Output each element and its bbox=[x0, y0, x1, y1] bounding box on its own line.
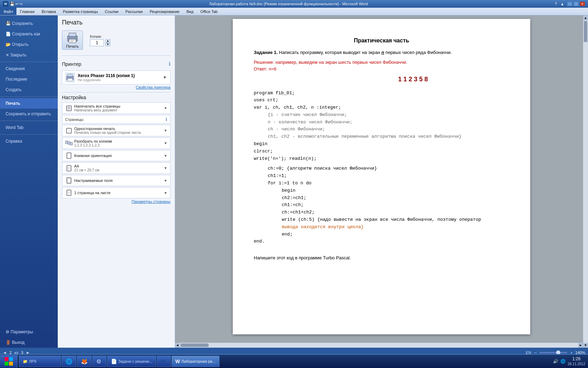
horizontal-scroll-thumb[interactable] bbox=[181, 343, 209, 347]
collate-arrow[interactable]: ▼ bbox=[164, 141, 167, 145]
margins-arrow[interactable]: ▼ bbox=[164, 179, 167, 183]
quick-redo-icon[interactable]: ↪ bbox=[19, 2, 22, 6]
sidebar-item-word-tab[interactable]: Word Tab bbox=[0, 122, 58, 133]
taskbar-item-word2[interactable]: W bbox=[157, 356, 171, 367]
sidebar-item-save-as[interactable]: 📄 Сохранить как bbox=[0, 29, 58, 39]
document-area[interactable]: ▲ ▼ Практическая часть Задание 1. Написа… bbox=[175, 15, 588, 348]
pages-per-sheet-icon bbox=[65, 189, 73, 197]
taskbar-acrobat-label: Задачи с решени... bbox=[118, 359, 152, 363]
vertical-scrollbar[interactable]: ▲ ▼ bbox=[583, 15, 588, 348]
code-spacer-1 bbox=[254, 162, 509, 165]
menu-insert[interactable]: Вставка bbox=[38, 8, 59, 15]
svg-rect-24 bbox=[68, 178, 70, 183]
ribbon-toggle-icon[interactable]: ▲ bbox=[560, 2, 564, 6]
chrome-icon: ⚙ bbox=[96, 358, 101, 365]
sidebar-item-help[interactable]: Справка bbox=[0, 136, 58, 146]
setting-orientation[interactable]: Книжная ориентация ▼ bbox=[62, 150, 170, 161]
paper-arrow[interactable]: ▼ bbox=[164, 166, 167, 170]
pages-per-sheet-arrow[interactable]: ▼ bbox=[164, 191, 167, 195]
code-line-1: program fib_01; bbox=[254, 90, 509, 97]
code-line-13: for i:=1 to n do bbox=[268, 180, 509, 187]
copies-decrement[interactable]: ▼ bbox=[105, 43, 110, 46]
page-settings-link[interactable]: Параметры страницы bbox=[62, 199, 170, 204]
taskbar-systray: 🔊 🌐 1:26 26.11.2012 bbox=[550, 356, 588, 367]
sidebar-item-print[interactable]: Печать bbox=[0, 98, 58, 109]
code-line-4: {i - счетчик чисел Фибоначчи; bbox=[268, 111, 509, 119]
printer-selector[interactable]: Xerox Phaser 3116 (копия 1) Не подключен… bbox=[62, 70, 170, 84]
all-pages-arrow[interactable]: ▼ bbox=[164, 106, 167, 110]
setting-pages-per-sheet[interactable]: 1 страница на листе ▼ bbox=[62, 187, 170, 198]
quick-undo-icon[interactable]: ↩ bbox=[15, 2, 19, 6]
svg-rect-19 bbox=[67, 165, 71, 171]
scroll-thumb[interactable] bbox=[584, 21, 587, 42]
minimize-button[interactable]: ─ bbox=[567, 1, 573, 6]
printer-icon bbox=[65, 73, 75, 82]
print-button[interactable]: Печать bbox=[62, 30, 83, 50]
pages-label: Страницы: bbox=[65, 117, 84, 122]
taskbar-item-ie[interactable]: 🌐 bbox=[62, 356, 76, 367]
menu-file[interactable]: Файл bbox=[0, 8, 16, 15]
sidebar-item-exit[interactable]: 🚪 Выход bbox=[0, 337, 58, 348]
save-icon: 💾 bbox=[6, 21, 12, 26]
separator-2 bbox=[0, 96, 58, 97]
pages-info-icon[interactable]: ℹ bbox=[166, 117, 167, 122]
separator-4 bbox=[0, 134, 58, 135]
menu-mailings[interactable]: Рассылки bbox=[122, 8, 146, 15]
sidebar-item-options[interactable]: ⚙ Параметры bbox=[0, 327, 58, 337]
start-button[interactable] bbox=[0, 355, 18, 368]
menu-references[interactable]: Ссылки bbox=[102, 8, 122, 15]
copies-input[interactable] bbox=[90, 39, 104, 46]
duplex-arrow[interactable]: ▼ bbox=[164, 129, 167, 132]
menu-page-layout[interactable]: Разметка страницы bbox=[59, 8, 102, 15]
setting-collate[interactable]: Разобрать по копиям 1,2,3 1,2,3 1,2,3 ▼ bbox=[62, 137, 170, 149]
horizontal-scrollbar[interactable]: ◄ ► bbox=[175, 343, 583, 348]
answer-line: Ответ: n=6 bbox=[254, 66, 509, 73]
code-line-15: ch2:=ch1; bbox=[282, 195, 509, 202]
printer-name: Xerox Phaser 3116 (копия 1) bbox=[78, 73, 160, 78]
margins-label: Настраиваемые поля bbox=[74, 178, 162, 183]
close-button[interactable]: ✕ bbox=[580, 1, 585, 6]
sidebar-item-save[interactable]: 💾 Сохранить bbox=[0, 18, 58, 29]
quick-save-icon[interactable]: 💾 bbox=[10, 2, 15, 6]
menu-view[interactable]: Вид bbox=[183, 8, 197, 15]
setting-paper[interactable]: А4 21 см × 29,7 см ▼ bbox=[62, 162, 170, 174]
copies-increment[interactable]: ▲ bbox=[105, 39, 110, 43]
printer-info-icon[interactable]: ℹ bbox=[169, 61, 170, 67]
page-range-input[interactable] bbox=[88, 117, 164, 122]
printer-dropdown-arrow[interactable]: ▼ bbox=[162, 75, 167, 80]
word-icon2: W bbox=[161, 359, 165, 364]
scroll-down-button[interactable]: ▼ bbox=[583, 343, 588, 348]
scroll-up-button[interactable]: ▲ bbox=[583, 15, 588, 20]
document-page: Практическая часть Задание 1. Написать п… bbox=[233, 19, 530, 334]
orientation-arrow[interactable]: ▼ bbox=[164, 154, 167, 158]
setting-all-pages[interactable]: Напечатать все страницы Напечатать весь … bbox=[62, 102, 170, 114]
zoom-slider[interactable] bbox=[539, 352, 567, 353]
scroll-right-button[interactable]: ► bbox=[578, 343, 583, 348]
menu-office-tab[interactable]: Office Tab bbox=[197, 8, 221, 15]
sidebar-item-close[interactable]: ✕ Закрыть bbox=[0, 50, 58, 60]
code-line-14: begin bbox=[282, 187, 509, 195]
restore-button[interactable]: □ bbox=[573, 1, 579, 6]
menu-home[interactable]: Главная bbox=[16, 8, 38, 15]
setting-margins[interactable]: Настраиваемые поля ▼ bbox=[62, 175, 170, 186]
sidebar-item-open[interactable]: 📂 Открыть bbox=[0, 39, 58, 50]
taskbar-item-chrome[interactable]: ⚙ bbox=[92, 356, 106, 367]
window-controls: ? ▲ ─ □ ✕ bbox=[555, 1, 585, 6]
sidebar-item-info[interactable]: Сведения bbox=[0, 63, 58, 74]
sidebar-item-recent[interactable]: Последние bbox=[0, 74, 58, 84]
setting-duplex[interactable]: Односторонняя печать Печатать только на … bbox=[62, 125, 170, 136]
scroll-left-button[interactable]: ◄ bbox=[175, 343, 180, 348]
taskbar-item-acrobat[interactable]: 📄 Задачи с решени... bbox=[107, 356, 156, 367]
taskbar-item-lr9[interactable]: 📁 ЛР9 bbox=[19, 356, 61, 367]
menu-review[interactable]: Рецензирование bbox=[146, 8, 183, 15]
sidebar-item-create[interactable]: Создать bbox=[0, 84, 58, 95]
solution-line: Решение: например, выведем на экран шест… bbox=[254, 59, 509, 66]
taskbar-item-firefox[interactable]: 🦊 bbox=[77, 356, 92, 367]
taskbar-clock[interactable]: 1:26 26.11.2012 bbox=[568, 356, 585, 367]
orientation-label: Книжная ориентация bbox=[74, 154, 162, 158]
sidebar-item-save-send[interactable]: Сохранить и отправить bbox=[0, 109, 58, 119]
taskbar-item-word3[interactable]: W Лабораторная ра... bbox=[172, 356, 219, 367]
printer-properties-link[interactable]: Свойства принтера bbox=[62, 85, 170, 89]
help-icon[interactable]: ? bbox=[555, 2, 557, 6]
code-line-18: write (ch:5) {надо вывести на экран все … bbox=[282, 216, 509, 224]
